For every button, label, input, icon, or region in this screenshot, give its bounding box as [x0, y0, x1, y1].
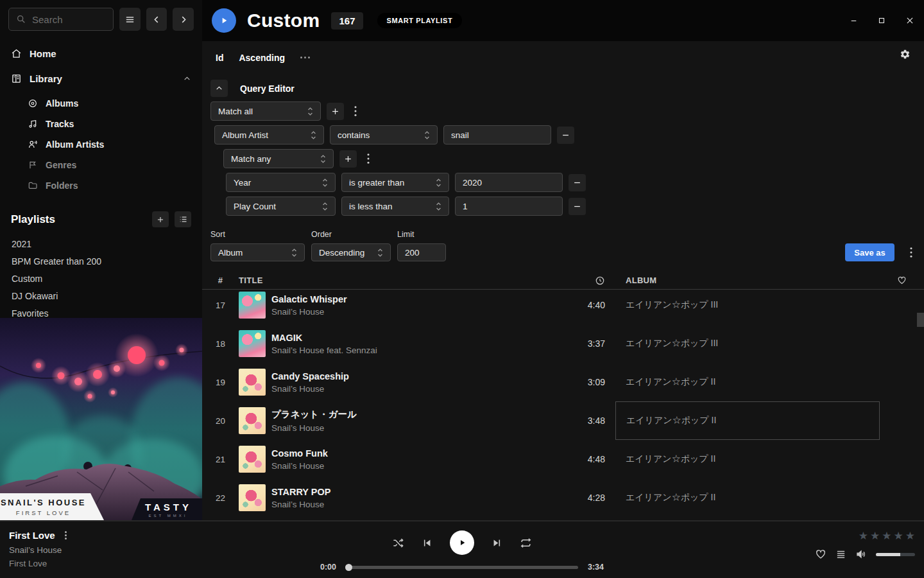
column-header-title[interactable]: TITLE	[239, 276, 560, 285]
sidebar-item-home[interactable]: Home	[0, 41, 202, 66]
collapse-query-editor-button[interactable]	[210, 80, 228, 97]
rating-star[interactable]: ★	[905, 529, 915, 543]
add-rule-button[interactable]	[339, 150, 357, 168]
now-playing-artist[interactable]: Snail’s House	[9, 545, 67, 555]
rating-star[interactable]: ★	[859, 529, 868, 543]
play-playlist-button[interactable]	[212, 8, 236, 33]
nav-back-button[interactable]	[146, 8, 167, 31]
chevron-up-icon[interactable]	[183, 74, 191, 83]
now-playing-album[interactable]: First Love	[9, 559, 67, 568]
search-input[interactable]	[32, 14, 96, 25]
sort-select[interactable]: Album	[210, 243, 305, 261]
sort-direction-button[interactable]: Ascending	[239, 53, 285, 63]
sidebar-item-library[interactable]: Library	[0, 66, 202, 91]
now-playing-options-button[interactable]	[65, 531, 67, 539]
repeat-button[interactable]	[520, 537, 532, 549]
list-icon	[178, 215, 188, 224]
rule-operator-select[interactable]: is greater than	[341, 173, 449, 192]
scrollbar-thumb[interactable]	[917, 313, 924, 327]
queue-button[interactable]	[835, 549, 846, 560]
rating-star[interactable]: ★	[894, 529, 903, 543]
rating-star[interactable]: ★	[870, 529, 880, 543]
group-options-button[interactable]	[363, 150, 374, 168]
order-select[interactable]: Descending	[311, 243, 391, 261]
playlist-item[interactable]: Custom	[11, 270, 191, 287]
rule-operator-select[interactable]: is less than	[341, 197, 449, 216]
rule-value-input[interactable]	[455, 197, 563, 216]
track-album-cell[interactable]: エイリアン☆ポップ III	[615, 299, 880, 311]
sidebar-item-tracks[interactable]: Tracks	[28, 114, 202, 134]
track-artist: Snail’s House feat. Sennzai	[271, 346, 560, 355]
heart-icon	[815, 548, 826, 560]
add-rule-button[interactable]	[327, 103, 344, 120]
match-type-select[interactable]: Match any	[223, 149, 334, 168]
sidebar-item-album-artists[interactable]: Album Artists	[28, 134, 202, 155]
settings-gear-icon[interactable]	[900, 49, 911, 60]
track-album-cell[interactable]: エイリアン☆ポップ II	[615, 453, 880, 465]
save-as-button[interactable]: Save as	[845, 243, 894, 261]
table-row[interactable]: 22 STARRY POP Snail’s House 4:28 エイリアン☆ポ…	[202, 478, 924, 517]
now-playing-album-art[interactable]: SNAIL'S HOUSE FIRST LOVE TASTY EST MMXI	[0, 318, 202, 520]
favorite-button[interactable]	[815, 548, 826, 560]
rating-control: ★ ★ ★ ★ ★	[815, 529, 915, 543]
rating-star[interactable]: ★	[882, 529, 891, 543]
nav-forward-button[interactable]	[173, 8, 194, 31]
rule-field-select[interactable]: Year	[226, 173, 336, 192]
library-submenu: Albums Tracks Album Artists	[0, 91, 202, 196]
playlist-item[interactable]: DJ Okawari	[11, 287, 191, 304]
column-header-album[interactable]: ALBUM	[615, 276, 880, 285]
more-options-button[interactable]	[300, 57, 310, 58]
menu-button[interactable]	[119, 8, 141, 31]
track-album-cell[interactable]: エイリアン☆ポップ II	[615, 376, 880, 388]
track-album-cell-focused[interactable]: エイリアン☆ポップ II	[615, 401, 880, 440]
track-album-cell[interactable]: エイリアン☆ポップ III	[615, 338, 880, 349]
search-input-wrapper[interactable]	[8, 8, 114, 31]
rule-operator-select[interactable]: contains	[330, 125, 438, 144]
rule-field-select[interactable]: Album Artist	[214, 125, 324, 144]
table-row[interactable]: 17 Galactic Whisper Snail’s House 4:40 エ…	[202, 290, 924, 324]
maximize-button[interactable]	[868, 0, 896, 41]
sort-field-button[interactable]: Id	[216, 53, 223, 63]
next-track-button[interactable]	[492, 538, 502, 548]
remove-rule-button[interactable]	[569, 174, 586, 191]
limit-input[interactable]	[397, 243, 446, 261]
column-header-favorite[interactable]	[880, 276, 924, 285]
query-options-button[interactable]	[910, 243, 912, 261]
add-playlist-button[interactable]	[152, 211, 169, 227]
minimize-button[interactable]	[839, 0, 868, 41]
playlist-item[interactable]: 2021	[11, 235, 191, 252]
volume-button[interactable]	[855, 548, 867, 560]
rule-value-input[interactable]	[455, 173, 563, 192]
group-options-button[interactable]	[350, 103, 361, 120]
table-row[interactable]: 21 Cosmo Funk Snail’s House 4:48 エイリアン☆ポ…	[202, 440, 924, 478]
sidebar: Home Library Albums	[0, 0, 202, 520]
column-header-number[interactable]: #	[202, 276, 239, 285]
hamburger-icon	[124, 14, 135, 25]
sidebar-item-albums[interactable]: Albums	[28, 93, 202, 114]
dots-vertical-icon	[910, 247, 912, 258]
play-pause-button[interactable]	[450, 530, 474, 555]
previous-track-button[interactable]	[422, 538, 432, 548]
query-editor: Query Editor Match all	[202, 80, 924, 216]
sidebar-item-folders[interactable]: Folders	[28, 175, 202, 196]
table-row[interactable]: 18 MAGIK Snail’s House feat. Sennzai 3:3…	[202, 324, 924, 363]
rule-field-select[interactable]: Play Count	[226, 197, 336, 216]
shuffle-button[interactable]	[392, 537, 404, 549]
playlist-list-view-button[interactable]	[175, 211, 191, 227]
match-type-select[interactable]: Match all	[210, 101, 321, 121]
volume-slider[interactable]	[876, 553, 915, 556]
track-album-cell[interactable]: エイリアン☆ポップ II	[615, 492, 880, 504]
main-content: Custom 167 SMART PLAYLIST	[202, 0, 924, 520]
table-row[interactable]: 20 プラネット・ガール Snail’s House 3:48 エイリアン☆ポッ…	[202, 401, 924, 440]
sidebar-item-genres[interactable]: Genres	[28, 155, 202, 175]
playlist-item[interactable]: BPM Greater than 200	[11, 252, 191, 270]
remove-rule-button[interactable]	[569, 198, 586, 215]
column-header-duration[interactable]	[560, 276, 605, 286]
table-row[interactable]: 19 Candy Spaceship Snail’s House 3:09 エイ…	[202, 363, 924, 401]
query-group-row: Match all	[210, 101, 924, 121]
seek-slider[interactable]	[346, 566, 578, 569]
close-button[interactable]	[896, 0, 924, 41]
seek-handle[interactable]	[345, 564, 352, 571]
rule-value-input[interactable]	[443, 125, 551, 144]
remove-rule-button[interactable]	[557, 127, 574, 144]
